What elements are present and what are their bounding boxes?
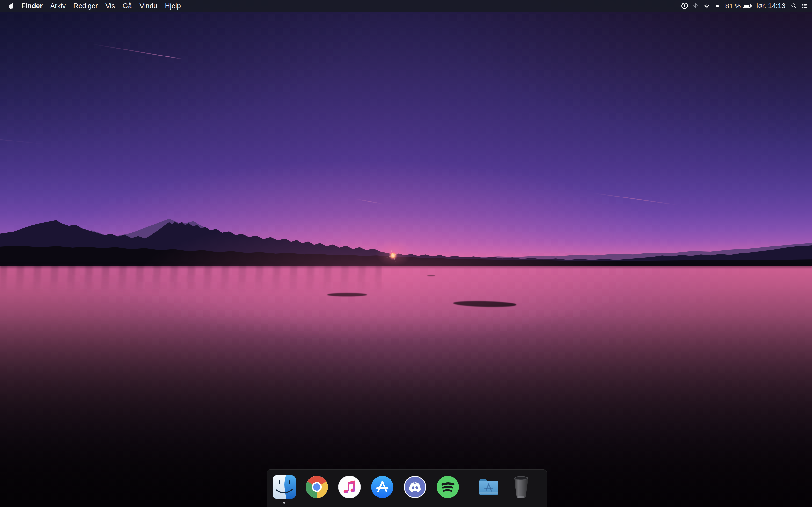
menu-item-hjelp[interactable]: Hjelp (161, 0, 185, 12)
dock-discord-icon[interactable] (403, 475, 426, 499)
sandbar (327, 293, 367, 296)
water-reflection (0, 264, 382, 294)
menu-item-rediger[interactable]: Rediger (69, 0, 102, 12)
battery-icon (743, 4, 751, 8)
dock (267, 469, 547, 507)
dock-finder-icon[interactable] (272, 475, 296, 499)
dock-separator (468, 475, 468, 498)
menu-item-finder[interactable]: Finder (17, 0, 46, 12)
sandbar (427, 275, 435, 276)
contrail (593, 193, 678, 206)
battery-status[interactable]: 81 % (725, 2, 751, 10)
menu-item-vindu[interactable]: Vindu (136, 0, 161, 12)
sandbar (453, 300, 517, 307)
finder-running-indicator (283, 502, 285, 503)
volume-icon[interactable] (715, 3, 721, 9)
menu-bar: Finder Arkiv Rediger Vis Gå Vindu Hjelp (0, 0, 812, 12)
spotlight-search-icon[interactable] (791, 3, 797, 9)
desktop: Finder Arkiv Rediger Vis Gå Vindu Hjelp (0, 0, 812, 507)
dock-chrome-icon[interactable] (305, 475, 328, 499)
dock-applications-folder-icon[interactable] (477, 475, 500, 499)
battery-percent-label: 81 % (725, 2, 741, 10)
apple-menu[interactable] (8, 2, 15, 10)
menu-bar-left: Finder Arkiv Rediger Vis Gå Vindu Hjelp (0, 0, 185, 12)
dock-spotify-icon[interactable] (436, 475, 459, 499)
notification-list-icon[interactable] (801, 3, 808, 9)
contrail (0, 138, 49, 145)
bluetooth-icon[interactable] (693, 2, 698, 9)
desktop-wallpaper (0, 0, 812, 507)
menu-item-ga[interactable]: Gå (119, 0, 136, 12)
dock-appstore-icon[interactable] (371, 475, 394, 499)
contrail (356, 199, 383, 204)
menu-item-vis[interactable]: Vis (101, 0, 119, 12)
apple-logo-icon (8, 2, 15, 9)
1password-icon[interactable] (681, 3, 688, 9)
wifi-icon[interactable] (703, 3, 710, 9)
menu-item-arkiv[interactable]: Arkiv (46, 0, 69, 12)
menu-bar-clock[interactable]: lør. 14:13 (756, 2, 786, 10)
dock-itunes-icon[interactable] (338, 475, 361, 499)
dock-trash-icon[interactable] (510, 475, 533, 499)
contrail (92, 44, 183, 60)
setting-sun (389, 251, 398, 260)
menu-bar-status: 81 % lør. 14:13 (681, 0, 812, 12)
